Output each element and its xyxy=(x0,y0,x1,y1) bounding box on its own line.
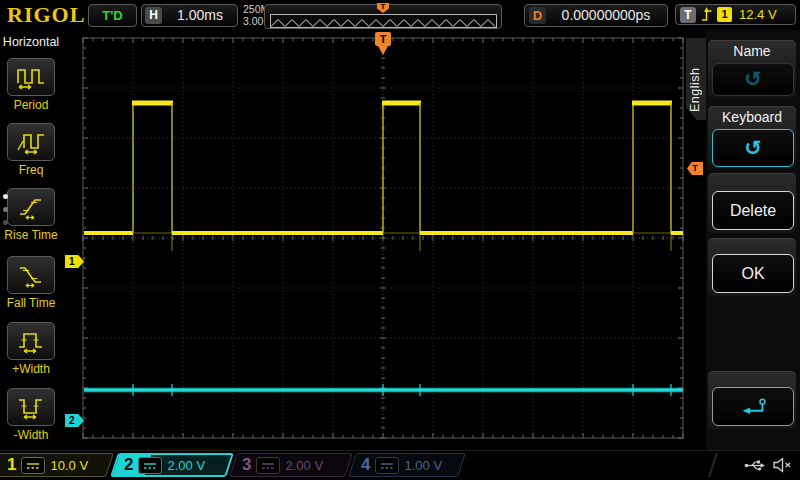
period-button[interactable] xyxy=(7,58,55,96)
menu-item-fall-time[interactable]: Fall Time xyxy=(0,256,62,310)
trigger-source-badge: 1 xyxy=(717,7,732,22)
fall-time-icon xyxy=(15,261,47,289)
delete-button-label: Delete xyxy=(730,202,776,220)
delay-value: 0.00000000ps xyxy=(549,5,663,26)
trigger-level-value: 12.4 V xyxy=(739,7,777,22)
horizontal-icon: H xyxy=(145,7,162,24)
measure-menu-panel: Horizontal Period Freq xyxy=(0,30,63,450)
page-dot xyxy=(3,220,8,225)
neg-width-label: -Width xyxy=(0,428,62,442)
ch3-coupling-badge xyxy=(256,457,280,474)
name-section: Name ↺ xyxy=(708,40,796,98)
ch1-coupling-badge xyxy=(21,457,45,474)
channel-1-scale: 10.0 V xyxy=(50,458,88,473)
menu-item-period[interactable]: Period xyxy=(0,58,62,112)
pos-width-label: +Width xyxy=(0,362,62,376)
overview-trigger-marker[interactable]: T xyxy=(377,3,389,13)
menu-item-freq[interactable]: Freq xyxy=(0,123,62,177)
menu-item-pos-width[interactable]: +Width xyxy=(0,322,62,376)
channel-1-number: 1 xyxy=(1,453,16,477)
rise-time-label: Rise Time xyxy=(0,228,62,242)
delete-button[interactable]: Delete xyxy=(712,191,794,230)
waveform-overview-bar[interactable]: T xyxy=(264,4,502,29)
ok-button[interactable]: OK xyxy=(712,254,794,293)
timebase-value: 1.00ms xyxy=(166,5,234,26)
channel-3-number: 3 xyxy=(240,453,251,477)
return-arrow-icon xyxy=(736,397,770,417)
language-tab[interactable]: English xyxy=(686,38,706,120)
trigger-position-flag: T xyxy=(375,32,391,46)
fall-time-button[interactable] xyxy=(7,256,55,294)
speaker-muted-icon xyxy=(772,457,792,473)
neg-width-icon xyxy=(15,393,47,421)
trigger-icon: T xyxy=(680,7,696,23)
channel-3-scale: 2.00 V xyxy=(285,458,323,473)
channel-3-block[interactable]: 3 2.00 V xyxy=(229,453,353,477)
waveform-display-area: 1 2 T T +Width=750.0us xyxy=(62,30,706,450)
oscilloscope-screen: RIGOL T'D H 1.00ms 250MSa/s 3.00M pts T … xyxy=(0,0,800,480)
dc-coupling-icon xyxy=(380,461,394,470)
ok-button-label: OK xyxy=(741,265,764,283)
rising-edge-icon xyxy=(700,6,713,23)
channel-2-scale: 2.00 V xyxy=(167,458,205,473)
page-dot xyxy=(3,207,8,212)
period-label: Period xyxy=(0,98,62,112)
horizontal-timebase-box[interactable]: H 1.00ms xyxy=(141,4,238,27)
channel-4-scale: 1.00 V xyxy=(404,458,442,473)
delay-icon: D xyxy=(529,7,546,24)
dc-coupling-icon xyxy=(143,461,157,470)
pos-width-button[interactable] xyxy=(7,322,55,360)
keyboard-section: Keyboard ↺ xyxy=(708,106,796,168)
keyboard-label: Keyboard xyxy=(708,106,796,125)
channel-1-block[interactable]: 1 10.0 V xyxy=(0,453,114,477)
name-label: Name xyxy=(708,40,796,59)
waveform-overview-window xyxy=(270,14,497,28)
trigger-position-marker[interactable]: T xyxy=(375,32,391,58)
usb-icon xyxy=(744,459,766,472)
trigger-box[interactable]: T 1 12.4 V xyxy=(675,4,796,25)
rotate-dial-icon: ↺ xyxy=(744,69,762,90)
trigger-status-badge: T'D xyxy=(88,4,137,27)
channel-4-number: 4 xyxy=(359,453,370,477)
delete-section: Delete xyxy=(708,173,796,233)
rise-time-icon xyxy=(15,193,47,221)
pos-width-icon xyxy=(15,327,47,355)
rotate-dial-icon: ↺ xyxy=(744,138,762,159)
freq-label: Freq xyxy=(0,163,62,177)
menu-item-rise-time[interactable]: Rise Time xyxy=(0,188,62,242)
ch2-coupling-badge xyxy=(138,457,162,474)
dc-coupling-icon xyxy=(261,461,275,470)
neg-width-button[interactable] xyxy=(7,388,55,426)
language-tab-label: English xyxy=(688,42,704,112)
menu-item-neg-width[interactable]: -Width xyxy=(0,388,62,442)
menu-page-dots xyxy=(3,194,9,233)
overview-waveform-icon xyxy=(271,17,496,29)
channel-4-block[interactable]: 4 1.00 V xyxy=(348,453,466,477)
page-dot-active xyxy=(3,194,8,199)
period-icon xyxy=(15,63,47,91)
rise-time-button[interactable] xyxy=(7,188,55,226)
ch4-coupling-badge xyxy=(375,457,399,474)
return-button[interactable] xyxy=(712,387,794,426)
graticule-and-traces xyxy=(62,30,706,450)
name-dial-button[interactable]: ↺ xyxy=(712,63,794,96)
trigger-position-pointer xyxy=(378,46,388,55)
dc-coupling-icon xyxy=(26,461,40,470)
channel-2-number: 2 xyxy=(122,453,133,477)
channel-2-block[interactable]: 2 2.00 V xyxy=(110,453,234,477)
keyboard-dial-button[interactable]: ↺ xyxy=(712,129,794,167)
system-status-icons xyxy=(744,457,792,473)
rigol-logo: RIGOL xyxy=(7,2,85,28)
measure-menu-title: Horizontal xyxy=(0,35,62,49)
delay-box[interactable]: D 0.00000000ps xyxy=(524,4,668,27)
channel-status-bar: 1 10.0 V 2 2 xyxy=(0,450,800,480)
return-section xyxy=(708,371,796,429)
soft-menu-panel: Name ↺ Keyboard ↺ Delete OK xyxy=(706,30,800,450)
freq-button[interactable] xyxy=(7,123,55,161)
top-status-bar: RIGOL T'D H 1.00ms 250MSa/s 3.00M pts T … xyxy=(0,0,800,31)
freq-icon xyxy=(15,128,47,156)
fall-time-label: Fall Time xyxy=(0,296,62,310)
ok-section: OK xyxy=(708,238,796,296)
